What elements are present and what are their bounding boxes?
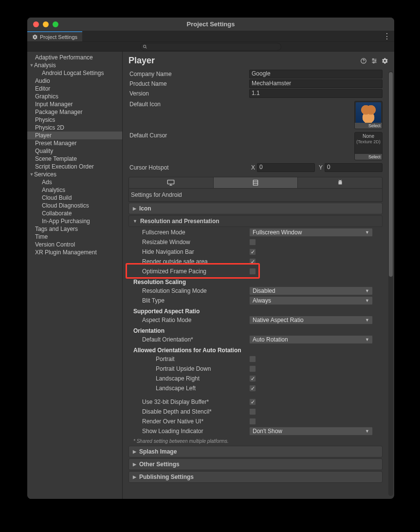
- sidebar-item-tags-and-layers[interactable]: Tags and Layers: [27, 225, 122, 233]
- supported-aspect-ratio-header: Supported Aspect Ratio: [133, 308, 383, 315]
- sidebar-item-player[interactable]: Player: [27, 132, 122, 139]
- sidebar-item-adaptive-performance[interactable]: Adaptive Performance: [27, 54, 122, 61]
- select-icon-button[interactable]: Select: [355, 123, 382, 129]
- sidebar-item-time[interactable]: Time: [27, 233, 122, 241]
- svg-line-19: [341, 180, 341, 180]
- product-name-input[interactable]: MechaHamster: [249, 79, 383, 88]
- sidebar-item-scene-template[interactable]: Scene Template: [27, 155, 122, 163]
- searchbar: [27, 42, 394, 52]
- sidebar-item-xr-plugin-management[interactable]: XR Plugin Management: [27, 248, 122, 256]
- fold-splash-image[interactable]: ▶ Splash Image: [128, 446, 383, 457]
- sidebar-item-analytics[interactable]: Analytics: [27, 186, 122, 194]
- fold-resolution[interactable]: ▼ Resolution and Presentation: [128, 215, 383, 227]
- resizable-window-checkbox[interactable]: [249, 239, 256, 246]
- sidebar-item-services[interactable]: ▼Services: [27, 171, 122, 178]
- sidebar-item-cloud-diagnostics[interactable]: Cloud Diagnostics: [27, 202, 122, 209]
- cursor-type-text: (Texture 2D): [355, 139, 382, 144]
- portrait-upside-down-checkbox[interactable]: [249, 365, 256, 372]
- allowed-orientations-header: Allowed Orientations for Auto Rotation: [133, 347, 383, 354]
- sidebar-item-package-manager[interactable]: Package Manager: [27, 108, 122, 116]
- platform-tab-dedicated[interactable]: [214, 177, 298, 188]
- landscape-right-checkbox[interactable]: ✓: [249, 375, 256, 382]
- aspect-ratio-mode-dropdown[interactable]: Native Aspect Ratio▼: [249, 316, 373, 324]
- show-loading-indicator-dropdown[interactable]: Don't Show▼: [249, 427, 373, 436]
- sidebar-item-collaborate[interactable]: Collaborate: [27, 209, 122, 217]
- blit-type-dropdown[interactable]: Always▼: [249, 296, 373, 305]
- sidebar-item-quality[interactable]: Quality: [27, 147, 122, 155]
- shared-setting-footnote: * Shared setting between multiple platfo…: [133, 438, 383, 444]
- optimized-frame-pacing-checkbox[interactable]: [249, 268, 256, 275]
- default-icon-well[interactable]: Select: [354, 101, 383, 129]
- tabbar: Project Settings ⋮: [27, 31, 394, 42]
- fold-icon[interactable]: ▶ Icon: [128, 203, 383, 214]
- hotspot-x-input[interactable]: 0: [257, 163, 315, 172]
- sidebar-item-label: Adaptive Performance: [35, 54, 93, 61]
- resolution-scaling-header: Resolution Scaling: [133, 279, 383, 285]
- help-icon[interactable]: [360, 57, 367, 64]
- platform-tab-standalone[interactable]: [129, 177, 214, 188]
- hide-navigation-bar-checkbox[interactable]: ✓: [249, 248, 256, 255]
- sidebar-item-preset-manager[interactable]: Preset Manager: [27, 139, 122, 147]
- page-title: Player: [128, 56, 360, 66]
- svg-point-0: [144, 45, 146, 47]
- sidebar-item-in-app-purchasing[interactable]: In-App Purchasing: [27, 217, 122, 225]
- sidebar-item-physics[interactable]: Physics: [27, 116, 122, 124]
- fold-other-label: Other Settings: [139, 461, 180, 468]
- default-cursor-well[interactable]: None (Texture 2D) Select: [354, 132, 383, 160]
- sidebar-item-version-control[interactable]: Version Control: [27, 241, 122, 248]
- sidebar-item-android-logcat-settings[interactable]: Android Logcat Settings: [27, 69, 122, 77]
- select-cursor-button[interactable]: Select: [355, 154, 382, 160]
- landscape-left-checkbox[interactable]: ✓: [249, 385, 256, 392]
- svg-point-17: [341, 181, 341, 182]
- company-name-input[interactable]: Google: [249, 70, 383, 78]
- fold-other-settings[interactable]: ▶ Other Settings: [128, 458, 383, 470]
- tab-menu-button[interactable]: ⋮: [383, 31, 391, 41]
- orientation-header: Orientation: [133, 327, 383, 334]
- fullscreen-mode-dropdown[interactable]: Fullscreen Window▼: [249, 228, 373, 237]
- default-icon-label: Default Icon: [128, 101, 249, 108]
- use-32bit-buffer-checkbox[interactable]: ✓: [249, 399, 256, 405]
- disable-depth-stencil-checkbox[interactable]: [249, 408, 256, 415]
- presets-icon[interactable]: [371, 57, 378, 64]
- platform-tab-android[interactable]: [298, 177, 382, 188]
- fold-publishing-settings[interactable]: ▶ Publishing Settings: [128, 471, 383, 483]
- triangle-down-icon: ▼: [133, 219, 137, 224]
- content: Player Company Name Google: [123, 52, 394, 499]
- sidebar-item-label: Android Logcat Settings: [42, 70, 104, 76]
- version-input[interactable]: 1.1: [249, 89, 383, 98]
- sidebar-item-graphics[interactable]: Graphics: [27, 93, 122, 100]
- render-over-native-ui-checkbox[interactable]: [249, 418, 256, 425]
- sidebar-item-audio[interactable]: Audio: [27, 77, 122, 85]
- scrollbar-thumb[interactable]: [389, 72, 393, 277]
- settings-gear-icon[interactable]: [382, 57, 388, 64]
- sidebar-item-input-manager[interactable]: Input Manager: [27, 100, 122, 108]
- svg-point-9: [373, 62, 374, 63]
- tab-project-settings[interactable]: Project Settings: [27, 31, 82, 41]
- default-orientation-dropdown[interactable]: Auto Rotation▼: [249, 335, 373, 344]
- hotspot-y-input[interactable]: 0: [325, 163, 383, 172]
- sidebar-item-label: Quality: [35, 148, 53, 154]
- sidebar-item-physics-2d[interactable]: Physics 2D: [27, 124, 122, 132]
- sidebar-item-script-execution-order[interactable]: Script Execution Order: [27, 163, 122, 171]
- sidebar-item-label: Input Manager: [35, 101, 73, 108]
- landscape-right-label: Landscape Right: [128, 375, 249, 382]
- sidebar-item-cloud-build[interactable]: Cloud Build: [27, 194, 122, 202]
- content-scroll[interactable]: Company Name Google Product Name MechaHa…: [123, 68, 394, 499]
- render-outside-safe-area-checkbox[interactable]: ✓: [249, 258, 256, 265]
- vertical-scrollbar[interactable]: [388, 71, 393, 496]
- sidebar-item-label: Physics: [35, 116, 55, 123]
- fold-resolution-label: Resolution and Presentation: [140, 218, 219, 225]
- search-input[interactable]: [140, 43, 281, 51]
- svg-rect-10: [168, 180, 174, 184]
- optimized-frame-pacing-label: Optimized Frame Pacing: [128, 268, 249, 275]
- resizable-window-label: Resizable Window: [128, 239, 249, 246]
- blit-type-label: Blit Type: [128, 297, 249, 304]
- sidebar-item-analysis[interactable]: ▼Analysis: [27, 61, 122, 69]
- sidebar-item-label: Physics 2D: [35, 124, 64, 131]
- svg-line-18: [339, 180, 339, 180]
- sidebar-item-ads[interactable]: Ads: [27, 178, 122, 186]
- resolution-scaling-mode-dropdown[interactable]: Disabled▼: [249, 286, 373, 295]
- sidebar-item-editor[interactable]: Editor: [27, 85, 122, 93]
- sidebar-item-label: Graphics: [35, 93, 58, 100]
- portrait-checkbox[interactable]: [249, 356, 256, 362]
